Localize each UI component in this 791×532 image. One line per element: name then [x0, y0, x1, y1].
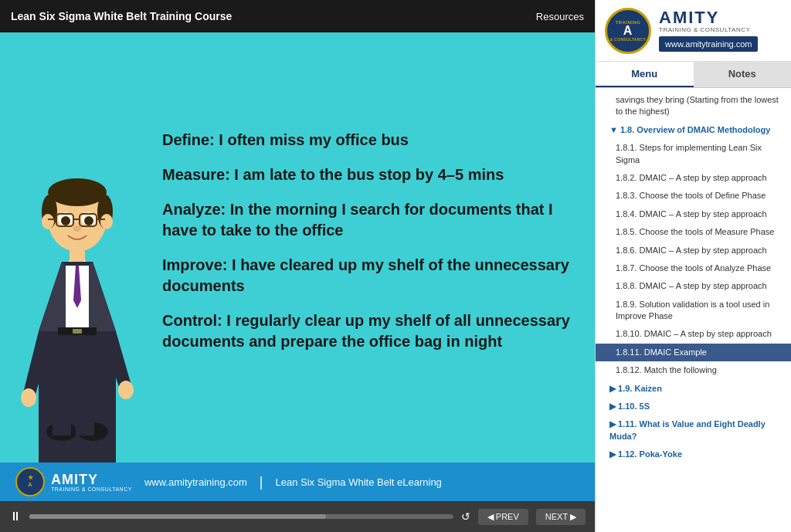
menu-item-1.8.7[interactable]: 1.8.7. Choose the tools of Analyze Phase	[596, 259, 791, 277]
slide-text-area: Define: I often miss my office bus Measu…	[154, 32, 595, 463]
slide-line-3: Analyze: In the morning I search for doc…	[162, 199, 572, 241]
controls-bar: ⏸ ↺ ◀ PREV NEXT ▶	[0, 501, 595, 532]
amity-logo: TRAINING A & CONSULTANCY	[605, 8, 651, 54]
menu-item-1.8.6[interactable]: 1.8.6. DMAIC – A step by step approach	[596, 242, 791, 259]
svg-point-5	[100, 214, 113, 229]
video-footer: ★A AMITY TRAINING & CONSULTANCY www.amit…	[0, 463, 595, 501]
svg-point-8	[61, 216, 70, 225]
brand-name-right: AMITY	[659, 9, 758, 26]
resources-button[interactable]: Resources	[536, 11, 584, 22]
svg-marker-22	[89, 262, 116, 331]
slide-line-5: Control: I regularly clear up my shelf o…	[162, 310, 572, 352]
menu-item-pre-1[interactable]: savings they bring (Starting from the lo…	[596, 91, 791, 121]
tab-notes[interactable]: Notes	[694, 62, 792, 87]
menu-item-1.8.3[interactable]: 1.8.3. Choose the tools of Define Phase	[596, 187, 791, 205]
menu-item-1.8.1[interactable]: 1.8.1. Steps for implementing Lean Six S…	[596, 139, 791, 169]
svg-point-1	[48, 178, 107, 206]
svg-marker-21	[39, 262, 66, 331]
svg-point-32	[118, 381, 134, 399]
menu-item-1.11[interactable]: ▶ 1.11. What is Value and Eight Deadly M…	[596, 415, 791, 446]
svg-rect-30	[76, 420, 94, 435]
footer-brand-name: AMITY	[51, 473, 132, 486]
tab-menu[interactable]: Menu	[596, 62, 694, 87]
refresh-button[interactable]: ↺	[461, 510, 470, 523]
svg-rect-26	[73, 335, 97, 420]
footer-brand: AMITY TRAINING & CONSULTANCY	[51, 473, 132, 492]
menu-item-1.9[interactable]: ▶ 1.9. Kaizen	[596, 380, 791, 398]
menu-item-1.8.11[interactable]: 1.8.11. DMAIC Example	[596, 344, 791, 361]
tabs-row: Menu Notes	[596, 62, 791, 88]
menu-item-1.8.12[interactable]: 1.8.12. Match the following	[596, 361, 791, 379]
menu-item-1.8.5[interactable]: 1.8.5. Choose the tools of Measure Phase	[596, 223, 791, 241]
footer-logo-text: ★A	[28, 475, 33, 489]
menu-item-1.8.8[interactable]: 1.8.8. DMAIC – A step by step approach	[596, 277, 791, 295]
footer-logo: ★A AMITY TRAINING & CONSULTANCY	[15, 467, 132, 496]
svg-point-4	[42, 214, 54, 229]
menu-item-1.8.9[interactable]: 1.8.9. Solution validation is a tool use…	[596, 296, 791, 326]
menu-item-1.8.4[interactable]: 1.8.4. DMAIC – A step by step approach	[596, 205, 791, 223]
slide-content: Define: I often miss my office bus Measu…	[0, 32, 595, 463]
next-button[interactable]: NEXT ▶	[536, 509, 586, 525]
progress-fill	[29, 514, 326, 519]
svg-point-31	[21, 388, 36, 407]
prev-button[interactable]: ◀ PREV	[478, 509, 528, 525]
menu-item-1.12[interactable]: ▶ 1.12. Poka-Yoke	[596, 446, 791, 463]
play-pause-button[interactable]: ⏸	[9, 510, 22, 524]
brand-url-box: www.amitytraining.com	[659, 36, 758, 52]
progress-bar[interactable]	[29, 514, 453, 519]
character-area	[0, 32, 154, 463]
menu-tree[interactable]: savings they bring (Starting from the lo…	[596, 88, 791, 532]
svg-point-15	[73, 225, 81, 232]
course-title: Lean Six Sigma White Belt Training Cours…	[11, 10, 232, 22]
svg-rect-24	[73, 329, 82, 334]
menu-item-1.10[interactable]: ▶ 1.10. 5S	[596, 398, 791, 415]
footer-url: www.amitytraining.com	[144, 476, 247, 488]
slide-line-2: Measure: I am late to the bus stop by 4–…	[162, 164, 572, 185]
amity-header: TRAINING A & CONSULTANCY AMITY TRAINING …	[596, 0, 791, 62]
menu-item-1.8.10[interactable]: 1.8.10. DMAIC – A step by step approach	[596, 325, 791, 343]
logo-bottom-text: & CONSULTANCY	[610, 37, 647, 42]
footer-logo-circle: ★A	[15, 467, 45, 496]
footer-brand-sub: TRAINING & CONSULTANCY	[51, 486, 132, 492]
svg-point-9	[84, 216, 93, 225]
brand-right: AMITY TRAINING & CONSULTANCY www.amitytr…	[659, 9, 758, 52]
slide-line-1: Define: I often miss my office bus	[162, 130, 572, 151]
svg-rect-25	[50, 335, 73, 420]
slide-line-4: Improve: I have cleared up my shelf of t…	[162, 255, 572, 296]
right-panel: TRAINING A & CONSULTANCY AMITY TRAINING …	[595, 0, 791, 532]
footer-tagline: Lean Six Sigma White Belt eLearning	[276, 476, 442, 488]
brand-tagline-right: TRAINING & CONSULTANCY	[659, 26, 758, 33]
character-svg	[15, 177, 139, 463]
menu-item-1.8.2[interactable]: 1.8.2. DMAIC – A step by step approach	[596, 169, 791, 187]
logo-main-text: A	[623, 25, 633, 37]
footer-divider: |	[260, 474, 263, 490]
top-bar: Lean Six Sigma White Belt Training Cours…	[0, 0, 595, 32]
video-panel: Lean Six Sigma White Belt Training Cours…	[0, 0, 595, 532]
svg-rect-29	[53, 420, 71, 435]
menu-item-1.8[interactable]: ▼ 1.8. Overview of DMAIC Methodology	[596, 121, 791, 139]
